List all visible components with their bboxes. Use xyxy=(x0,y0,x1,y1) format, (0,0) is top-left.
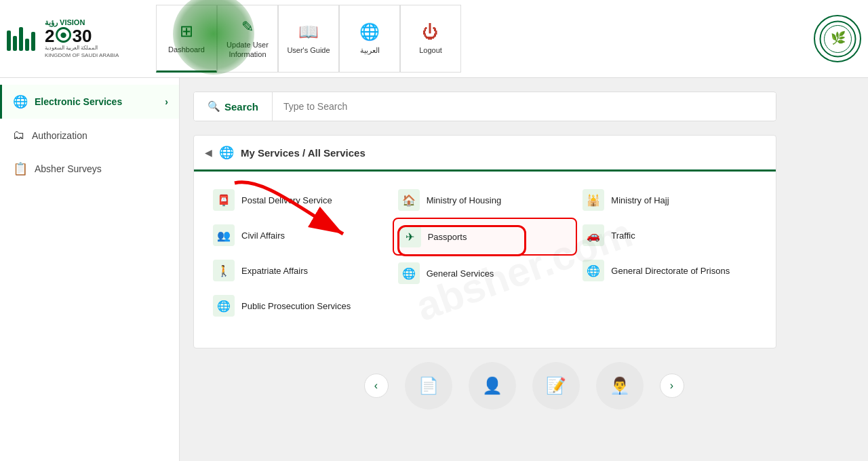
logout-label: Logout xyxy=(419,45,442,55)
content-area: absher.com 🔍 Search xyxy=(180,78,868,461)
sidebar-item-electronic-services[interactable]: 🌐 Electronic Services › xyxy=(0,85,179,119)
general-services-icon: 🌐 xyxy=(398,262,420,284)
expatriate-label: Expatriate Affairs xyxy=(241,266,308,276)
service-ministry-housing[interactable]: 🏠 Ministry of Housing xyxy=(393,182,578,218)
hajj-icon: 🕌 xyxy=(583,189,604,211)
public-prosecution-label: Public Prosecution Services xyxy=(241,301,351,311)
housing-label: Ministry of Housing xyxy=(427,195,502,205)
passport-icon: ✈ xyxy=(399,226,421,247)
traffic-icon: 🚗 xyxy=(583,224,604,246)
service-general-services[interactable]: 🌐 General Services xyxy=(393,256,578,291)
bar3 xyxy=(19,27,23,51)
col2: 🏠 Ministry of Housing ✈ Passports 🌐 Gene… xyxy=(393,182,578,323)
authorization-label: Authorization xyxy=(32,130,168,141)
globe-icon: 🌐 xyxy=(359,22,380,41)
bar5 xyxy=(31,32,35,51)
users-guide-button[interactable]: 📖 User's Guide xyxy=(278,5,339,73)
search-icon: 🔍 xyxy=(208,100,220,113)
users-guide-label: User's Guide xyxy=(287,45,330,55)
sidebar-item-authorization[interactable]: 🗂 Authorization xyxy=(0,119,179,152)
service-ministry-hajj[interactable]: 🕌 Ministry of Hajj xyxy=(577,182,762,218)
col3: 🕌 Ministry of Hajj 🚗 Traffic 🌐 General D… xyxy=(577,182,762,323)
panel-title: My Services / All Services xyxy=(241,147,366,159)
search-input[interactable] xyxy=(273,93,776,120)
carousel-item-3[interactable]: 📝 xyxy=(532,362,580,409)
service-civil-affairs[interactable]: 👥 Civil Affairs xyxy=(208,218,393,253)
header-right: 🌿 xyxy=(814,15,861,62)
housing-icon: 🏠 xyxy=(398,189,420,211)
service-passports[interactable]: ✈ Passports xyxy=(393,218,578,256)
prisons-label: General Directorate of Prisons xyxy=(611,266,730,276)
passports-label: Passports xyxy=(428,232,467,242)
service-prisons[interactable]: 🌐 General Directorate of Prisons xyxy=(577,253,762,288)
folder-sidebar-icon: 🗂 xyxy=(13,128,25,142)
col1: 📮 Postal Delivery Service 👥 Civil Affair… xyxy=(208,182,393,323)
general-services-label: General Services xyxy=(427,268,494,279)
search-button[interactable]: 🔍 Search xyxy=(194,92,273,121)
emblem-svg: 🌿 xyxy=(819,20,856,58)
service-postal[interactable]: 📮 Postal Delivery Service xyxy=(208,182,393,218)
carousel-item-4[interactable]: 👨‍💼 xyxy=(596,362,644,409)
chevron-right-icon: › xyxy=(165,96,168,107)
panel-header: ◀ 🌐 My Services / All Services xyxy=(194,136,776,172)
book-icon: 📖 xyxy=(298,22,319,41)
service-public-prosecution[interactable]: 🌐 Public Prosecution Services xyxy=(208,288,393,323)
sidebar: 🌐 Electronic Services › 🗂 Authorization … xyxy=(0,78,180,461)
bottom-carousel: ‹ 📄 👤 📝 👨‍💼 › xyxy=(193,362,854,409)
panel-globe-icon: 🌐 xyxy=(219,145,234,160)
logo-text-block: رؤية VISION 2⦿30 المملكة العربية السعودي… xyxy=(45,18,119,59)
absher-surveys-label: Absher Surveys xyxy=(35,163,168,174)
bar4 xyxy=(25,39,29,51)
postal-label: Postal Delivery Service xyxy=(241,195,332,205)
header: رؤية VISION 2⦿30 المملكة العربية السعودي… xyxy=(0,0,868,78)
year-circle: ⦿ xyxy=(54,26,72,46)
service-traffic[interactable]: 🚗 Traffic xyxy=(577,218,762,253)
bar1 xyxy=(7,31,11,51)
services-grid: 📮 Postal Delivery Service 👥 Civil Affair… xyxy=(194,172,776,334)
carousel-prev-button[interactable]: ‹ xyxy=(364,374,389,398)
civil-affairs-label: Civil Affairs xyxy=(241,230,285,241)
public-prosecution-icon: 🌐 xyxy=(213,295,235,317)
main-layout: 🌐 Electronic Services › 🗂 Authorization … xyxy=(0,78,868,461)
carousel-next-button[interactable]: › xyxy=(660,374,684,398)
hajj-label: Ministry of Hajj xyxy=(611,195,669,205)
search-bar: 🔍 Search xyxy=(193,92,776,121)
svg-text:🌿: 🌿 xyxy=(830,31,846,45)
sidebar-item-absher-surveys[interactable]: 📋 Absher Surveys xyxy=(0,152,179,186)
logout-button[interactable]: ⏻ Logout xyxy=(400,5,461,73)
traffic-label: Traffic xyxy=(611,230,635,241)
arabic-label: العربية xyxy=(360,45,380,55)
logo-area: رؤية VISION 2⦿30 المملكة العربية السعودي… xyxy=(7,18,142,59)
expatriate-icon: 🚶 xyxy=(213,260,235,281)
kingdom-text: المملكة العربية السعوديةKINGDOM OF SAUDI… xyxy=(45,45,119,59)
prisons-icon: 🌐 xyxy=(583,260,604,281)
arabic-button[interactable]: 🌐 العربية xyxy=(339,5,400,73)
clipboard-sidebar-icon: 📋 xyxy=(13,161,28,176)
electronic-services-label: Electronic Services xyxy=(35,96,165,107)
bar2 xyxy=(13,36,17,51)
civil-affairs-icon: 👥 xyxy=(213,224,235,246)
services-panel: ◀ 🌐 My Services / All Services 📮 Postal … xyxy=(193,135,776,348)
carousel-item-1[interactable]: 📄 xyxy=(405,362,452,409)
service-expatriate[interactable]: 🚶 Expatriate Affairs xyxy=(208,253,393,288)
year-text: 2⦿30 xyxy=(45,27,119,45)
search-label: Search xyxy=(224,101,258,113)
globe-sidebar-icon: 🌐 xyxy=(13,94,28,109)
panel-back-arrow[interactable]: ◀ xyxy=(205,147,212,158)
postal-icon: 📮 xyxy=(213,189,235,211)
logout-icon: ⏻ xyxy=(422,22,439,41)
logo-bars xyxy=(7,27,35,51)
carousel-item-2[interactable]: 👤 xyxy=(469,362,516,409)
saudi-emblem: 🌿 xyxy=(814,15,861,62)
